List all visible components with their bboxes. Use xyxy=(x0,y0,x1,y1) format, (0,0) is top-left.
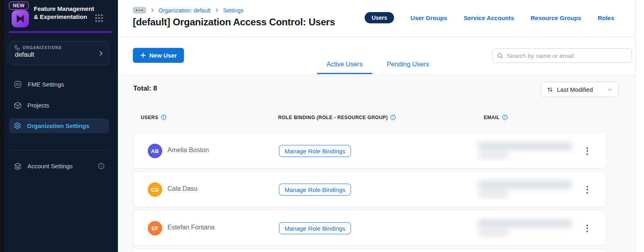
manage-role-bindings-button[interactable]: Manage Role Bindings xyxy=(279,145,351,157)
sidebar-item-label: Projects xyxy=(27,102,49,109)
sidebar-item-projects[interactable]: Projects xyxy=(9,98,109,113)
column-users-label: USERS xyxy=(141,115,158,120)
organization-selector[interactable]: ORGANIZATIONS default xyxy=(9,41,109,65)
tab-resource-groups[interactable]: Resource Groups xyxy=(530,14,581,21)
app-switcher-grid-icon[interactable] xyxy=(94,13,104,23)
org-hierarchy-icon xyxy=(14,45,20,50)
sidebar-divider xyxy=(9,150,109,151)
tab-pending-users[interactable]: Pending Users xyxy=(377,61,439,74)
column-email-label: EMAIL xyxy=(484,115,500,120)
page-title: [default] Organization Access Control: U… xyxy=(133,17,335,28)
page-header: Organization: default Settings [default]… xyxy=(118,0,635,37)
sidebar-item-label: FME Settings xyxy=(28,81,64,88)
avatar: AB xyxy=(148,144,162,158)
row-menu-kebab-icon[interactable] xyxy=(584,221,591,235)
email-redacted xyxy=(478,219,582,238)
breadcrumb: Organization: default Settings xyxy=(133,7,244,14)
table-row-partial xyxy=(133,249,606,252)
table-row: CD Cala Dasu Manage Role Bindings xyxy=(133,171,606,207)
row-menu-kebab-icon[interactable] xyxy=(584,182,591,197)
chevron-right-icon xyxy=(214,8,219,13)
table-row: AB Amelia Boston Manage Role Bindings xyxy=(133,133,606,168)
toolbar: New User Active Users Pending Users xyxy=(118,37,635,74)
scrollbar-gutter xyxy=(635,0,644,252)
sidebar-accent-line xyxy=(9,31,112,33)
user-state-tabs: Active Users Pending Users xyxy=(317,61,439,74)
row-menu-kebab-icon[interactable] xyxy=(584,144,591,158)
window-edge xyxy=(0,0,4,252)
info-icon[interactable] xyxy=(98,163,105,169)
sidebar-item-label: Account Settings xyxy=(27,163,73,169)
breadcrumb-link-organization[interactable]: Organization: default xyxy=(159,7,211,14)
main-content: Organization: default Settings [default]… xyxy=(118,0,635,252)
user-name: Estefan Fontana xyxy=(167,224,215,231)
breadcrumb-overflow-button[interactable] xyxy=(133,7,146,14)
avatar: EF xyxy=(148,221,162,235)
chevron-right-icon xyxy=(150,8,155,13)
sidebar-item-label: Organization Settings xyxy=(27,122,89,129)
search-input[interactable] xyxy=(507,52,627,59)
chevron-right-icon xyxy=(97,50,105,59)
table-row: EF Estefan Fontana Manage Role Bindings xyxy=(133,210,606,246)
info-icon[interactable] xyxy=(161,114,167,120)
new-user-button[interactable]: New User xyxy=(133,48,184,63)
user-name: Cala Dasu xyxy=(167,185,198,192)
email-redacted xyxy=(478,180,582,199)
users-table: AB Amelia Boston Manage Role Bindings CD… xyxy=(133,133,606,252)
email-redacted xyxy=(478,141,582,161)
tab-user-groups[interactable]: User Groups xyxy=(411,14,447,21)
info-icon[interactable] xyxy=(390,114,396,120)
users-panel: Total: 8 Last Modified USERS xyxy=(118,74,635,252)
chevron-down-icon xyxy=(607,87,613,93)
gear-icon xyxy=(14,122,21,130)
tab-roles[interactable]: Roles xyxy=(598,14,614,21)
cube-icon xyxy=(14,101,22,109)
info-icon[interactable] xyxy=(502,114,508,120)
sidebar-item-account-settings[interactable]: Account Settings xyxy=(9,159,109,174)
tab-service-accounts[interactable]: Service Accounts xyxy=(464,14,514,21)
sidebar: NEW Feature Management & Experimentation xyxy=(4,0,118,252)
app-title: Feature Management & Experimentation xyxy=(34,5,98,21)
sort-value: Last Modified xyxy=(557,86,593,93)
layers-icon xyxy=(14,162,22,170)
sort-dropdown[interactable]: Last Modified xyxy=(541,82,619,97)
tab-users[interactable]: Users xyxy=(365,12,394,23)
column-role-binding-label: ROLE BINDING (ROLE - RESOURCE GROUP) xyxy=(278,115,388,120)
fme-logo-outline-icon xyxy=(14,80,22,89)
table-header: USERS ROLE BINDING (ROLE - RESOURCE GROU… xyxy=(133,114,606,122)
manage-role-bindings-button[interactable]: Manage Role Bindings xyxy=(279,184,351,196)
sidebar-item-fme-settings[interactable]: FME Settings xyxy=(9,77,109,92)
tab-active-users[interactable]: Active Users xyxy=(317,61,372,74)
search-box xyxy=(492,48,632,63)
fme-logo xyxy=(11,9,30,28)
manage-role-bindings-button[interactable]: Manage Role Bindings xyxy=(279,222,351,234)
sort-arrows-icon xyxy=(547,86,553,93)
access-control-nav: Users User Groups Service Accounts Resou… xyxy=(365,12,614,23)
plus-icon xyxy=(140,52,146,58)
breadcrumb-link-settings[interactable]: Settings xyxy=(223,7,244,14)
new-badge: NEW xyxy=(9,2,29,10)
search-icon xyxy=(497,52,504,59)
user-name: Amelia Boston xyxy=(167,147,209,154)
avatar: CD xyxy=(148,182,162,197)
sidebar-item-organization-settings[interactable]: Organization Settings xyxy=(9,118,109,133)
total-count: Total: 8 xyxy=(133,85,157,93)
org-selector-label: ORGANIZATIONS xyxy=(23,45,62,50)
app-window: NEW Feature Management & Experimentation xyxy=(0,0,644,252)
org-selector-value: default xyxy=(15,51,104,58)
